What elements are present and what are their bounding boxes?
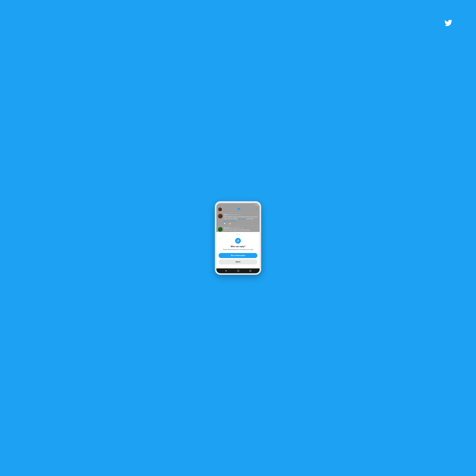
chevron-down-icon: ∨	[257, 214, 258, 215]
avatar-gabriela	[218, 227, 222, 232]
see-conversation-button[interactable]: See conversation	[219, 253, 257, 258]
share-icon: ⤴	[237, 223, 238, 224]
at-icon-circle: @	[235, 238, 241, 244]
wifi-icon: ▾	[255, 204, 255, 206]
avatar-suzie	[218, 214, 222, 218]
twitter-logo-corner	[444, 19, 452, 28]
drag-handle	[236, 234, 240, 235]
back-button[interactable]: ◄	[225, 270, 227, 272]
tweet-handle-suzie: @sweetsuzzzie	[228, 214, 238, 215]
reply-icon: 💬	[224, 223, 225, 224]
tweet-item-gabriela[interactable]: Gabriela @amorpelanture · 2m ∨ Season fi…	[216, 226, 260, 232]
home-button[interactable]	[237, 270, 239, 272]
signal-icon: ▴	[256, 204, 257, 206]
twitter-bird-icon	[237, 207, 240, 211]
sheet-title: Who can reply?	[231, 245, 245, 248]
retweet-action[interactable]: 🔁	[229, 223, 231, 224]
phone-screen: ▾ ▴ ▮ ✦	[216, 203, 260, 273]
app-header: ✦	[216, 206, 260, 212]
tweet-item-suzie[interactable]: Suzie @sweetsuzzzie · 1s ∨ Hello foodies…	[216, 212, 260, 226]
like-action[interactable]: ♡	[233, 223, 235, 224]
tweet-username-gabriela: Gabriela	[224, 227, 229, 229]
phone-body: ▾ ▴ ▮ ✦	[215, 201, 261, 275]
share-action[interactable]: ⤴	[237, 223, 238, 224]
mention-cupcakes[interactable]: @cupcakesRDbest	[224, 220, 236, 222]
status-bar: ▾ ▴ ▮	[216, 203, 260, 206]
tweet-content-gabriela: Gabriela @amorpelanture · 2m ∨ Season fi…	[224, 227, 258, 231]
reply-action[interactable]: 💬 1	[224, 223, 227, 224]
reply-count: 1	[226, 223, 227, 224]
phone-mockup: ▾ ▴ ▮ ✦	[215, 201, 261, 275]
tweet-header-gabriela: Gabriela @amorpelanture · 2m ∨	[224, 227, 258, 229]
at-symbol: @	[237, 239, 239, 242]
sheet-content: @ Who can reply? People @sweetsuzzzie me…	[219, 237, 257, 268]
tweet-text-suzie: Hello foodies! Today we're talking with …	[224, 216, 258, 222]
chevron-down-icon-2: ∨	[257, 227, 258, 229]
sheet-subtitle: People @sweetsuzzzie mentioned can reply…	[221, 249, 255, 250]
heart-icon: ♡	[233, 223, 235, 224]
mention-h-wang[interactable]: @h_wang84	[238, 218, 246, 220]
tweet-user-info-gabriela: Gabriela @amorpelanture · 2m	[224, 227, 244, 229]
tweet-feed: Suzie @sweetsuzzzie · 1s ∨ Hello foodies…	[216, 212, 260, 232]
bottom-sheet: @ Who can reply? People @sweetsuzzzie me…	[216, 232, 260, 268]
got-it-button[interactable]: Got it	[219, 259, 257, 264]
tweet-time-suzie: · 1s	[238, 214, 240, 215]
recents-button[interactable]	[250, 270, 251, 272]
tweet-user-info-suzie: Suzie @sweetsuzzzie · 1s	[224, 214, 240, 215]
tweet-username-suzie: Suzie	[224, 214, 227, 215]
user-avatar-header[interactable]	[218, 207, 222, 211]
tweet-time-gabriela: · 2m	[241, 227, 244, 229]
tweet-actions-suzie: 💬 1 🔁 ♡ ⤴	[224, 223, 258, 224]
retweet-icon: 🔁	[229, 223, 231, 224]
tweet-handle-gabriela: @amorpelanture	[230, 227, 240, 229]
tweet-header-suzie: Suzie @sweetsuzzzie · 1s ∨	[224, 214, 258, 215]
sparkle-icon[interactable]: ✦	[256, 208, 258, 211]
tweet-content-suzie: Suzie @sweetsuzzzie · 1s ∨ Hello foodies…	[224, 214, 258, 224]
battery-icon: ▮	[257, 204, 258, 206]
android-nav-bar: ◄	[216, 268, 260, 273]
tweet-text-gabriela: Season finale tonight. No spoilers pleas…	[224, 229, 258, 231]
